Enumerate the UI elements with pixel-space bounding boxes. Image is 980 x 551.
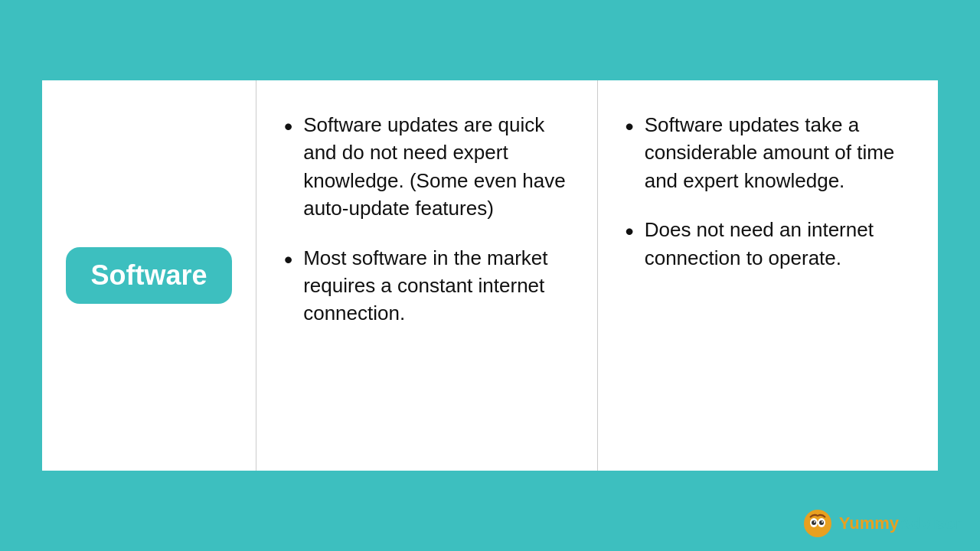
owl-icon [802, 508, 833, 539]
cons-list: Software updates take a considerable amo… [626, 111, 911, 272]
svg-point-5 [814, 521, 815, 523]
list-item: Software updates take a considerable amo… [626, 111, 911, 194]
cons-column: Software updates take a considerable amo… [598, 80, 939, 471]
list-item: Most software in the market requires a c… [284, 244, 570, 328]
watermark: YummyAdvisor [802, 508, 962, 539]
svg-point-3 [812, 520, 816, 525]
svg-point-0 [804, 510, 831, 537]
svg-point-6 [822, 521, 823, 523]
list-item: Does not need an internet connection to … [626, 216, 911, 272]
pros-list: Software updates are quick and do not ne… [284, 111, 570, 328]
label-column: Software [42, 80, 256, 471]
watermark-yummy: Yummy [839, 514, 899, 533]
software-badge: Software [66, 247, 231, 304]
slide: Software Software updates are quick and … [42, 80, 938, 471]
list-item: Software updates are quick and do not ne… [284, 111, 570, 223]
svg-point-4 [819, 520, 824, 525]
pros-column: Software updates are quick and do not ne… [256, 80, 598, 471]
watermark-text: YummyAdvisor [839, 514, 962, 533]
watermark-advisor: Advisor [899, 514, 962, 533]
